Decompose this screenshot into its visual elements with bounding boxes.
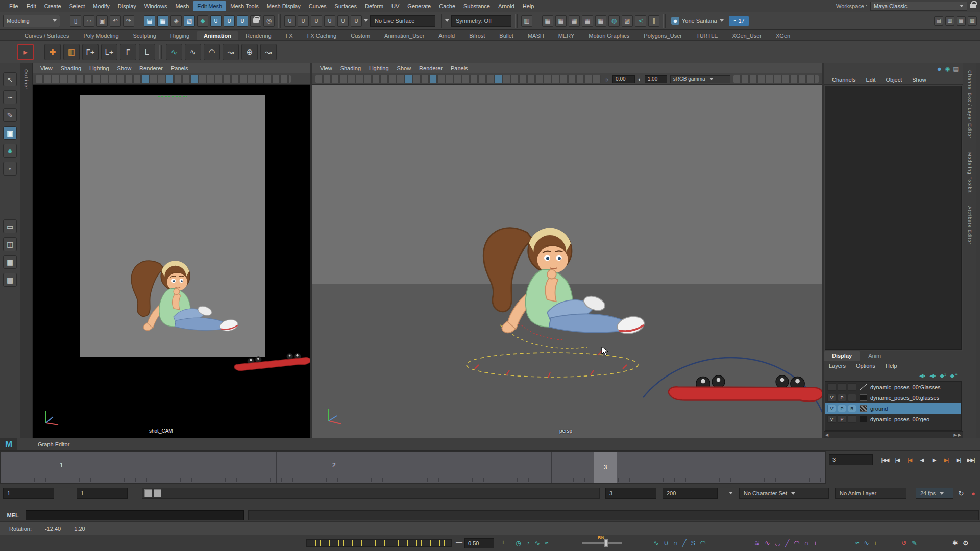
- move-tool-icon[interactable]: ▣: [3, 126, 17, 140]
- hypershade-icon[interactable]: ▦: [582, 15, 593, 27]
- layer-editor-tab[interactable]: Anim: [860, 351, 889, 361]
- spline-tangent-icon[interactable]: ∿: [185, 44, 201, 60]
- track-selection-icon[interactable]: ◎: [263, 15, 275, 27]
- layer-row[interactable]: V P dynamic_poses_00:geo: [825, 414, 961, 424]
- shelf-tab[interactable]: Curves / Surfaces: [17, 31, 76, 40]
- character-set-selector[interactable]: No Character Set: [739, 488, 829, 499]
- gamma-icon[interactable]: ◐: [638, 76, 642, 82]
- new-scene-icon[interactable]: ▯: [70, 15, 81, 27]
- anim-toggle-icon[interactable]: ∿: [534, 538, 540, 548]
- set-rotate-key-icon[interactable]: L+: [101, 44, 117, 60]
- anim-layer-selector[interactable]: No Anim Layer: [835, 488, 906, 499]
- select-hierarchy-icon[interactable]: ▤: [144, 15, 155, 27]
- layer-playback-toggle[interactable]: [838, 383, 846, 391]
- viewport-toolbar-icons[interactable]: [315, 75, 601, 83]
- key-edit-icon[interactable]: ◠: [794, 538, 799, 548]
- viewport-shot-cam[interactable]: View Shading Lighting Show Renderer Pane…: [33, 63, 312, 438]
- pause-icon[interactable]: ∥: [648, 15, 659, 27]
- viewport-menu-item[interactable]: Show: [394, 64, 415, 72]
- layer-color-swatch[interactable]: [860, 394, 867, 401]
- persp-canvas[interactable]: persp: [312, 85, 822, 438]
- motion-trail-icon[interactable]: ∿: [166, 44, 182, 60]
- outliner-tab-label[interactable]: Outliner: [23, 69, 29, 90]
- shelf-tab[interactable]: TURTLE: [689, 31, 725, 40]
- tangent-preset-icon[interactable]: ╱: [682, 538, 687, 548]
- mini-timeline-ruler[interactable]: [306, 539, 452, 547]
- exposure-icon[interactable]: ☼: [604, 76, 609, 82]
- viewport-menu-item[interactable]: Show: [114, 64, 135, 72]
- shelf-tab[interactable]: Rigging: [163, 31, 197, 40]
- playback-end-field[interactable]: 3: [605, 488, 656, 499]
- menu-item[interactable]: Mesh Display: [263, 1, 305, 11]
- menu-item[interactable]: Edit: [22, 1, 40, 11]
- highlight-selection-icon[interactable]: ▧: [184, 15, 195, 27]
- sidebar-toggle-4-icon[interactable]: ▧: [968, 16, 977, 26]
- hold-key-icon[interactable]: Γ: [120, 44, 136, 60]
- key-edit-icon[interactable]: ≋: [754, 538, 760, 548]
- scroll-right-icon[interactable]: ▶ ▶: [953, 433, 961, 437]
- menu-item[interactable]: Deform: [361, 1, 387, 11]
- snap-curve-icon[interactable]: ∪: [224, 15, 235, 27]
- channel-box-menu-item[interactable]: Object: [881, 76, 906, 84]
- chevron-down-icon[interactable]: [364, 19, 368, 22]
- layer-reference-toggle[interactable]: R: [848, 405, 856, 412]
- layer-color-swatch[interactable]: [860, 416, 867, 422]
- auto-key-icon[interactable]: ●: [968, 488, 979, 499]
- chevron-down-icon[interactable]: [729, 492, 733, 494]
- new-layer-icon[interactable]: ◆⁺: [950, 372, 958, 379]
- workspace-lock-icon[interactable]: [970, 4, 976, 8]
- sidebar-toggle-1-icon[interactable]: ▤: [934, 16, 943, 26]
- input-operations-icon[interactable]: ▥: [521, 15, 532, 27]
- layout-outliner-icon[interactable]: ▤: [3, 273, 17, 287]
- range-end-handle[interactable]: [154, 489, 161, 497]
- layer-reference-toggle[interactable]: [848, 394, 856, 402]
- snap-grid-icon[interactable]: ∪: [210, 15, 222, 27]
- blend-slider-handle[interactable]: [604, 539, 608, 547]
- menu-item[interactable]: Display: [114, 1, 140, 11]
- shelf-tab[interactable]: FX Caching: [300, 31, 344, 40]
- layer-reference-toggle[interactable]: [848, 383, 856, 391]
- render-view-icon[interactable]: ▦: [595, 15, 606, 27]
- range-start-handle[interactable]: [144, 489, 152, 497]
- fps-selector[interactable]: 24 fps: [916, 488, 953, 499]
- sidebar-toggle-3-icon[interactable]: ▦: [957, 16, 966, 26]
- highlighted-tool-icon[interactable]: [495, 75, 502, 83]
- menu-item[interactable]: Substance: [459, 1, 494, 11]
- key-edit-icon[interactable]: ◡: [775, 538, 780, 548]
- transport-button[interactable]: |◀: [903, 454, 916, 466]
- ghosting-icon[interactable]: ▥: [63, 44, 80, 60]
- tab-attribute-editor[interactable]: Attribute Editor: [967, 206, 972, 245]
- user-sync-icon[interactable]: ☻: [936, 66, 942, 72]
- menu-item[interactable]: File: [5, 1, 22, 11]
- linear-tangent-icon[interactable]: ↝: [223, 44, 239, 60]
- open-scene-icon[interactable]: ▱: [83, 15, 94, 27]
- shelf-tab[interactable]: Arnold: [431, 31, 462, 40]
- snap-magnet-4-icon[interactable]: ∪: [324, 15, 335, 27]
- layer-reference-toggle[interactable]: [848, 415, 856, 423]
- shelf-tab[interactable]: XGen_User: [725, 31, 769, 40]
- render-settings-icon[interactable]: ▨: [622, 15, 633, 27]
- key-edit-icon[interactable]: ╱: [785, 538, 789, 548]
- curve-filter-icon[interactable]: ∿: [864, 538, 869, 548]
- key-edit-icon[interactable]: ∩: [804, 538, 808, 548]
- select-component-icon[interactable]: ◈: [170, 15, 182, 27]
- menu-item[interactable]: UV: [387, 1, 403, 11]
- redo-icon[interactable]: ↷: [123, 15, 134, 27]
- live-surface-field[interactable]: No Live Surface: [370, 15, 435, 27]
- layer-row[interactable]: V P dynamic_poses_00:glasses: [825, 392, 961, 403]
- viewport-icon-bar[interactable]: [33, 73, 310, 85]
- layer-playback-toggle[interactable]: P: [838, 405, 846, 412]
- animation-start-field[interactable]: 1: [3, 488, 54, 499]
- shelf-tab[interactable]: MERY: [551, 31, 582, 40]
- shot-cam-canvas[interactable]: shot_CAM: [33, 85, 310, 438]
- graph-editor-label[interactable]: Graph Editor: [38, 441, 69, 447]
- gamma-field[interactable]: 1.00: [645, 75, 667, 83]
- transport-button[interactable]: ▶|: [952, 454, 965, 466]
- command-line-language-label[interactable]: MEL: [0, 512, 26, 518]
- transport-button[interactable]: |◀: [891, 454, 903, 466]
- layer-playback-toggle[interactable]: P: [838, 415, 846, 423]
- layer-scrollbar[interactable]: ◀ ▶ ▶: [824, 431, 963, 438]
- curve-filter-icon[interactable]: ≈: [855, 538, 859, 548]
- layer-editor-tab[interactable]: Display: [824, 351, 860, 361]
- transport-button[interactable]: |◀◀: [879, 454, 891, 466]
